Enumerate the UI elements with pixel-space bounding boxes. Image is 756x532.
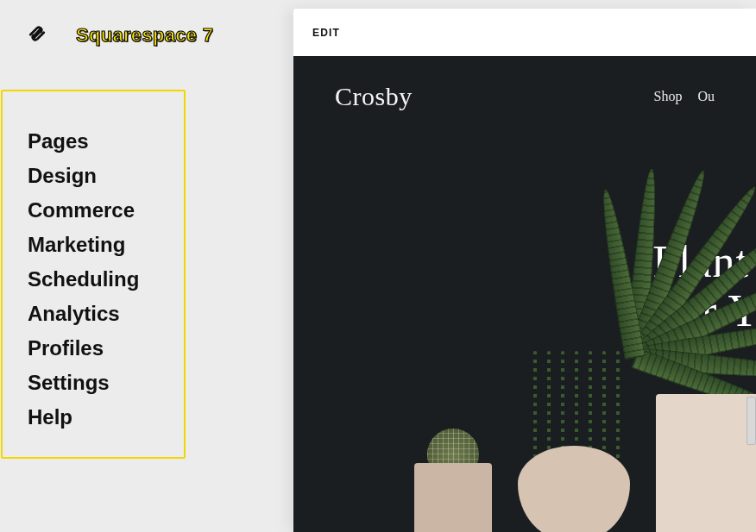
squarespace-logo-icon bbox=[26, 22, 48, 45]
sidebar-item-help[interactable]: Help bbox=[28, 407, 184, 428]
sidebar-item-design[interactable]: Design bbox=[28, 166, 184, 186]
nav-link-shop[interactable]: Shop bbox=[654, 89, 683, 104]
sidebar-item-analytics[interactable]: Analytics bbox=[28, 304, 184, 324]
sidebar: Squarespace 7 Pages Design Commerce Mark… bbox=[0, 0, 293, 532]
sidebar-item-settings[interactable]: Settings bbox=[28, 372, 184, 393]
preview-scrollbar-thumb[interactable] bbox=[747, 397, 756, 445]
site-nav-links: Shop Ou bbox=[654, 89, 715, 104]
annotation-label: Squarespace 7 bbox=[76, 24, 213, 47]
sidebar-item-profiles[interactable]: Profiles bbox=[28, 338, 184, 359]
site-preview-panel: EDIT Crosby Shop Ou Plant For Y bbox=[293, 9, 756, 532]
sidebar-item-pages[interactable]: Pages bbox=[28, 131, 184, 152]
edit-button[interactable]: EDIT bbox=[312, 27, 340, 39]
site-title[interactable]: Crosby bbox=[335, 82, 413, 111]
sidebar-item-marketing[interactable]: Marketing bbox=[28, 235, 184, 255]
sidebar-item-scheduling[interactable]: Scheduling bbox=[28, 269, 184, 290]
nav-link-2[interactable]: Ou bbox=[697, 89, 715, 104]
hero-heading: Plant For Y bbox=[652, 237, 756, 335]
sidebar-item-commerce[interactable]: Commerce bbox=[28, 200, 184, 221]
logo-row bbox=[26, 22, 48, 45]
site-nav: Crosby Shop Ou bbox=[293, 82, 756, 111]
preview-toolbar: EDIT bbox=[293, 9, 756, 56]
site-canvas[interactable]: Crosby Shop Ou Plant For Y bbox=[293, 56, 756, 532]
sidebar-menu-highlight: Pages Design Commerce Marketing Scheduli… bbox=[1, 90, 186, 459]
hero-line-1: Plant bbox=[652, 237, 756, 286]
hero-line-2: For Y bbox=[652, 286, 756, 335]
